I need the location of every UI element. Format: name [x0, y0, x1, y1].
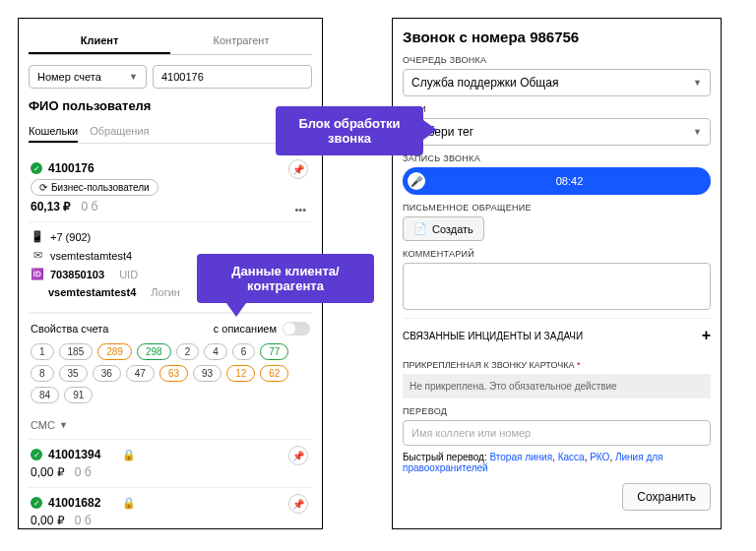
login-value: vsemtestamtest4: [48, 286, 136, 298]
account-type-select[interactable]: Номер счета ▼: [29, 65, 147, 89]
prop-chip[interactable]: 77: [260, 343, 288, 360]
prop-chip[interactable]: 47: [126, 365, 155, 382]
user-fio-label: ФИО пользователя: [29, 98, 312, 113]
prop-chip[interactable]: 185: [59, 343, 94, 360]
mini-balance: 0,00 ₽: [31, 514, 65, 527]
mini-wallet: 📌✓41001682 🔒0,00 ₽0 б: [29, 487, 312, 529]
transfer-input[interactable]: Имя коллеги или номер: [403, 420, 711, 446]
sms-section[interactable]: СМС ▼: [29, 411, 312, 439]
check-icon: ✓: [31, 449, 42, 460]
sms-label: СМС: [31, 419, 55, 431]
subtabs: Кошельки Обращения: [29, 121, 312, 144]
prop-chip[interactable]: 62: [260, 365, 288, 382]
queue-select[interactable]: Служба поддержки Общая ▼: [403, 69, 711, 96]
prop-chip[interactable]: 1: [31, 343, 54, 360]
lock-icon: 🔒: [122, 449, 136, 461]
id-icon: 🆔: [31, 268, 44, 280]
save-button[interactable]: Сохранить: [622, 483, 711, 511]
wallet-balance: 60,13 ₽: [31, 200, 71, 214]
written-label: ПИСЬМЕННОЕ ОБРАЩЕНИЕ: [403, 203, 711, 213]
rec-label: ЗАПИСЬ ЗВОНКА: [403, 153, 711, 163]
email-value: vsemtestamtest4: [50, 250, 132, 262]
incidents-section[interactable]: СВЯЗАННЫЕ ИНЦИДЕНТЫ И ЗАДАЧИ +: [403, 318, 711, 352]
subtab-wallets[interactable]: Кошельки: [29, 121, 78, 143]
business-badge: ⟳ Бизнес-пользователи: [31, 179, 158, 196]
pin-icon[interactable]: 📌: [288, 159, 308, 179]
lock-icon: 🔒: [122, 497, 136, 510]
chevron-down-icon: ▼: [693, 78, 702, 88]
audio-player[interactable]: 🎤 08:42: [403, 167, 711, 195]
wallet-number: 4100176: [48, 161, 94, 175]
quick-link[interactable]: РКО: [590, 452, 609, 462]
transfer-label: ПЕРЕВОД: [403, 406, 711, 416]
queue-value: Служба поддержки Общая: [411, 76, 558, 90]
quick-label: Быстрый перевод:: [403, 452, 487, 462]
prop-chip[interactable]: 36: [93, 365, 121, 382]
comment-textarea[interactable]: [403, 263, 711, 310]
prop-chip[interactable]: 84: [31, 387, 59, 403]
doc-icon: 📄: [413, 222, 427, 235]
property-chips: 1185289298246778353647639312628491: [31, 343, 310, 403]
mini-bonus: 0 б: [75, 514, 92, 527]
prop-chip[interactable]: 63: [159, 365, 188, 382]
toggle-label: с описанием: [214, 323, 277, 335]
mini-bonus: 0 б: [75, 465, 92, 479]
uid-label: UID: [119, 269, 138, 280]
prop-chip[interactable]: 8: [31, 365, 54, 382]
prop-chip[interactable]: 298: [137, 343, 171, 360]
phone-icon: 📱: [31, 230, 44, 243]
call-title: Звонок с номера 986756: [403, 29, 711, 45]
login-label: Логин: [151, 286, 180, 298]
incidents-label: СВЯЗАННЫЕ ИНЦИДЕНТЫ И ЗАДАЧИ: [403, 331, 583, 341]
account-number-input[interactable]: [153, 65, 312, 89]
prop-chip[interactable]: 93: [193, 365, 221, 382]
comment-label: КОММЕНТАРИЙ: [403, 249, 711, 259]
tab-client[interactable]: Клиент: [29, 29, 170, 54]
chevron-down-icon: ▼: [59, 420, 68, 430]
queue-label: ОЧЕРЕДЬ ЗВОНКА: [403, 55, 711, 65]
account-type-label: Номер счета: [37, 71, 101, 83]
phone-value: +7 (902): [50, 231, 91, 243]
tab-counterparty[interactable]: Контрагент: [170, 29, 312, 54]
badge-text: Бизнес-пользователи: [51, 182, 150, 193]
prop-chip[interactable]: 289: [97, 343, 132, 360]
account-props: Свойства счета с описанием 1185289298246…: [29, 313, 312, 411]
quick-link[interactable]: Вторая линия: [489, 452, 552, 462]
prop-chip[interactable]: 35: [59, 365, 88, 382]
uid-value: 703850103: [50, 269, 104, 280]
tags-select[interactable]: Выбери тег ▼: [403, 118, 711, 146]
prop-chip[interactable]: 12: [226, 365, 255, 382]
check-icon: ✓: [31, 162, 42, 174]
chevron-down-icon: ▼: [129, 72, 138, 82]
plus-icon[interactable]: +: [702, 327, 711, 344]
pin-icon[interactable]: 📌: [288, 494, 308, 514]
quick-link[interactable]: Касса: [558, 452, 585, 462]
callout-call-block: Блок обработки звонка: [276, 106, 423, 155]
audio-time: 08:42: [433, 175, 706, 187]
mini-wallet: 📌✓41001394 🔒0,00 ₽0 б: [29, 439, 312, 487]
desc-toggle[interactable]: [283, 322, 310, 336]
pin-icon[interactable]: 📌: [288, 446, 308, 465]
main-tabs: Клиент Контрагент: [29, 29, 312, 55]
create-label: Создать: [432, 223, 473, 235]
mail-icon: ✉: [31, 249, 44, 262]
wallet-number: 41001682: [48, 496, 100, 510]
card-label: ПРИКРЕПЛЕННАЯ К ЗВОНКУ КАРТОЧКА *: [403, 360, 711, 370]
prop-chip[interactable]: 91: [64, 387, 93, 403]
prop-chip[interactable]: 6: [232, 343, 256, 360]
card-status: Не прикреплена. Это обязательное действи…: [403, 374, 711, 398]
tags-label: ТЕГИ: [403, 104, 711, 114]
wallet-number: 41001394: [48, 448, 100, 461]
create-button[interactable]: 📄 Создать: [403, 216, 484, 241]
prop-chip[interactable]: 4: [204, 343, 227, 360]
check-icon: ✓: [31, 497, 42, 509]
mic-icon: 🎤: [408, 172, 425, 190]
callout-client-data: Данные клиента/контрагента: [197, 254, 374, 303]
more-icon[interactable]: •••: [294, 204, 306, 215]
mini-balance: 0,00 ₽: [31, 465, 65, 479]
wallet-card: 📌 ✓ 4100176 ⟳ Бизнес-пользователи 60,13 …: [29, 153, 312, 222]
subtab-requests[interactable]: Обращения: [90, 121, 149, 143]
prop-chip[interactable]: 2: [176, 343, 200, 360]
refresh-icon: ⟳: [39, 182, 47, 193]
call-panel: Звонок с номера 986756 ОЧЕРЕДЬ ЗВОНКА Сл…: [392, 18, 722, 529]
